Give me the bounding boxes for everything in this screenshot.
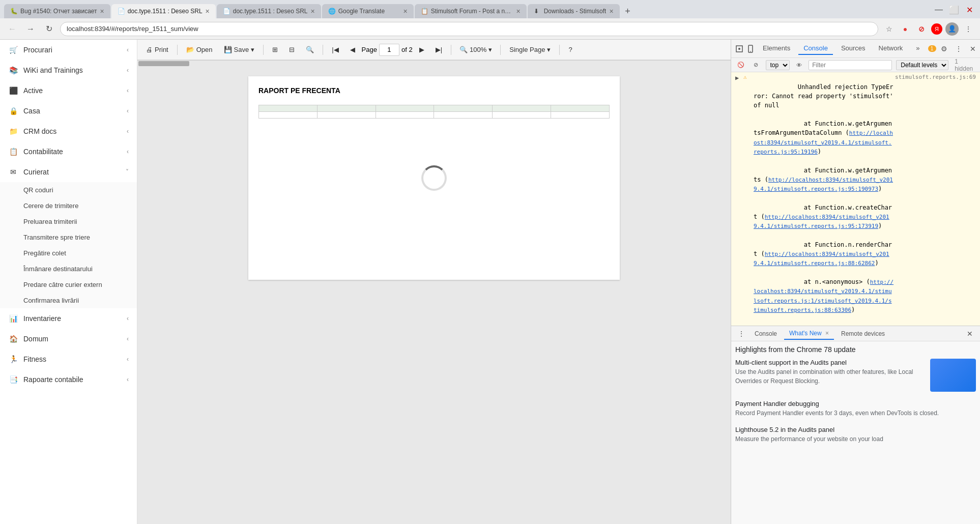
devtools-tab-elements[interactable]: Elements: [758, 42, 795, 55]
print-button[interactable]: 🖨 Print: [141, 43, 173, 56]
sidebar-item-procurari[interactable]: 🛒 Procurari ‹: [0, 40, 137, 60]
browser-titlebar: 🐛 Bug #1540: Отчет зависает × 📄 doc.type…: [0, 0, 980, 18]
sidebar-item-domum[interactable]: 🏠 Domum ‹: [0, 329, 137, 349]
report-scroll-area[interactable]: RAPORT PE FRECENTA: [137, 66, 731, 524]
bottom-panel-content[interactable]: Highlights from the Chrome 78 update Mul…: [731, 341, 980, 524]
address-bar[interactable]: localhost:8394/#/reports/rep_1511_sum/vi…: [60, 22, 878, 36]
tab-2-close[interactable]: ×: [206, 7, 210, 15]
back-button[interactable]: ←: [5, 22, 19, 36]
help-button[interactable]: ?: [564, 43, 577, 56]
table-cell: [317, 112, 376, 119]
zoom-selector[interactable]: 🔍 100% ▾: [455, 44, 496, 55]
reload-button[interactable]: ↻: [42, 22, 56, 36]
tab-2-favicon: 📄: [118, 8, 125, 15]
sidebar-sub-cerere[interactable]: Cerere de trimitere: [0, 198, 137, 214]
open-button[interactable]: 📂 Open: [182, 43, 217, 56]
sidebar-item-crm[interactable]: 📁 CRM docs ‹: [0, 121, 137, 141]
devtools-right-controls: 1 ⚙ ⋮ ✕: [928, 43, 979, 55]
view-type-btn[interactable]: ⊞: [268, 43, 282, 56]
sidebar-sub-qr[interactable]: QR coduri: [0, 182, 137, 198]
scrollbar-thumb[interactable]: [138, 61, 189, 66]
devtools-close-button[interactable]: ✕: [967, 43, 979, 55]
bottom-tab-remote-devices[interactable]: Remote devices: [836, 328, 890, 339]
whats-new-close-icon[interactable]: ×: [825, 330, 829, 337]
console-context-selector[interactable]: top: [766, 60, 790, 70]
devtools-settings-icon[interactable]: ⚙: [938, 43, 950, 55]
tab-strip: 🐛 Bug #1540: Отчет зависает × 📄 doc.type…: [4, 4, 635, 18]
save-button[interactable]: 💾 Save ▾: [219, 43, 260, 56]
devtools-kebab-icon[interactable]: ⋮: [953, 43, 965, 55]
sidebar-item-active[interactable]: ⬛ Active ‹: [0, 80, 137, 101]
horizontal-scrollbar[interactable]: [137, 60, 731, 66]
devtools-more-tabs[interactable]: »: [911, 42, 925, 55]
sidebar-label-curierat: Curierat: [23, 168, 121, 176]
bottom-tab-console[interactable]: Console: [750, 328, 782, 339]
close-button[interactable]: ✕: [963, 3, 976, 16]
tab-4-close[interactable]: ×: [403, 7, 408, 15]
bottom-tab-whats-new[interactable]: What's New ×: [784, 328, 834, 340]
sidebar-sub-pregatire[interactable]: Pregătire colet: [0, 245, 137, 261]
save-icon: 💾: [224, 46, 232, 53]
bottom-panel-close-icon[interactable]: ✕: [964, 328, 976, 340]
sidebar-item-fitness[interactable]: 🏃 Fitness ‹: [0, 349, 137, 369]
browser-tab-5[interactable]: 📋 Stimulsoft Forum - Post a ne... ×: [415, 4, 527, 18]
maximize-button[interactable]: ⬜: [947, 3, 961, 16]
browser-content: 🛒 Procurari ‹ 📚 WiKi and Trainings ‹ ⬛ A…: [0, 40, 980, 524]
devtools-tab-network[interactable]: Network: [874, 42, 908, 55]
sidebar-item-casa[interactable]: 🔒 Casa ‹: [0, 101, 137, 121]
page-number-input[interactable]: [379, 44, 399, 56]
sidebar-item-inventariere[interactable]: 📊 Inventariere ‹: [0, 308, 137, 329]
devtools-console-output[interactable]: ▶ ⚠ Unhandled rejection TypeError: Canno…: [731, 72, 980, 326]
browser-tab-2[interactable]: 📄 doc.type.1511 : Deseo SRL ×: [111, 4, 216, 18]
tab-3-close[interactable]: ×: [311, 7, 315, 15]
sidebar-item-contabilitate[interactable]: 📋 Contabilitate ‹: [0, 141, 137, 162]
browser-tab-6[interactable]: ⬇ Downloads - Stimulsoft ×: [528, 4, 620, 18]
sidebar-item-rapoarte[interactable]: 📑 Rapoarte contabile ‹: [0, 369, 137, 390]
sidebar-sub-predare[interactable]: Predare către curier extern: [0, 277, 137, 293]
tab-3-favicon: 📄: [223, 8, 230, 15]
zoom-icon: 🔍: [459, 46, 468, 53]
user-avatar[interactable]: 👤: [945, 22, 959, 36]
browser-tab-3[interactable]: 📄 doc.type.1511 : Deseo SRL ×: [217, 4, 321, 18]
sidebar-sub-preluarea[interactable]: Preluarea trimiterii: [0, 214, 137, 229]
minimize-button[interactable]: —: [932, 3, 945, 16]
devtools-tab-sources[interactable]: Sources: [836, 42, 871, 55]
browser-tab-1[interactable]: 🐛 Bug #1540: Отчет зависает ×: [4, 4, 110, 18]
search-btn[interactable]: 🔍: [301, 43, 319, 56]
tab-6-close[interactable]: ×: [609, 7, 613, 15]
more-options-icon[interactable]: ⋮: [962, 22, 975, 36]
console-filter-input[interactable]: [809, 60, 892, 70]
tab-1-close[interactable]: ×: [100, 7, 104, 15]
tab-5-close[interactable]: ×: [516, 7, 521, 15]
browser-tab-4[interactable]: 🌐 Google Translate ×: [322, 4, 414, 18]
console-clear-icon[interactable]: 🚫: [735, 59, 746, 71]
devtools-tab-console[interactable]: Console: [798, 42, 833, 55]
bookmark-star-icon[interactable]: ☆: [882, 22, 896, 36]
devtools-device-icon[interactable]: [746, 43, 755, 55]
devtools-inspect-icon[interactable]: [735, 43, 743, 55]
console-filter-icon[interactable]: ⊘: [751, 59, 762, 71]
sidebar-item-wiki[interactable]: 📚 WiKi and Trainings ‹: [0, 60, 137, 80]
eye-icon[interactable]: 👁: [794, 59, 805, 71]
console-level-selector[interactable]: Default levels: [896, 60, 948, 70]
bottom-panel-menu-icon[interactable]: ⋮: [735, 328, 747, 340]
prev-page-btn[interactable]: ◀: [345, 43, 360, 56]
next-page-btn[interactable]: ▶: [415, 43, 429, 56]
expand-arrow-icon[interactable]: ▶: [735, 73, 743, 326]
last-page-btn[interactable]: ▶|: [431, 43, 447, 56]
view-mode-selector[interactable]: Single Page ▾: [505, 43, 555, 56]
inventariere-icon: 📊: [8, 313, 18, 324]
sidebar-sub-transmitere[interactable]: Transmitere spre triere: [0, 229, 137, 245]
yab-icon[interactable]: Я: [931, 23, 942, 35]
first-page-btn[interactable]: |◀: [327, 43, 343, 56]
forward-button[interactable]: →: [23, 22, 38, 36]
fitness-icon: 🏃: [8, 354, 18, 364]
chrome-icon[interactable]: ●: [899, 22, 912, 36]
columns-btn[interactable]: ⊟: [284, 43, 299, 56]
sidebar-sub-confirmarea[interactable]: Confirmarea livrării: [0, 293, 137, 308]
tab-5-title: Stimulsoft Forum - Post a ne...: [431, 8, 513, 15]
sidebar-item-curierat[interactable]: ✉ Curierat ˅: [0, 162, 137, 182]
sidebar-sub-inmanare[interactable]: Înmânare destinatarului: [0, 261, 137, 277]
adblock-icon[interactable]: ⊘: [915, 22, 928, 36]
new-tab-button[interactable]: +: [621, 4, 635, 18]
